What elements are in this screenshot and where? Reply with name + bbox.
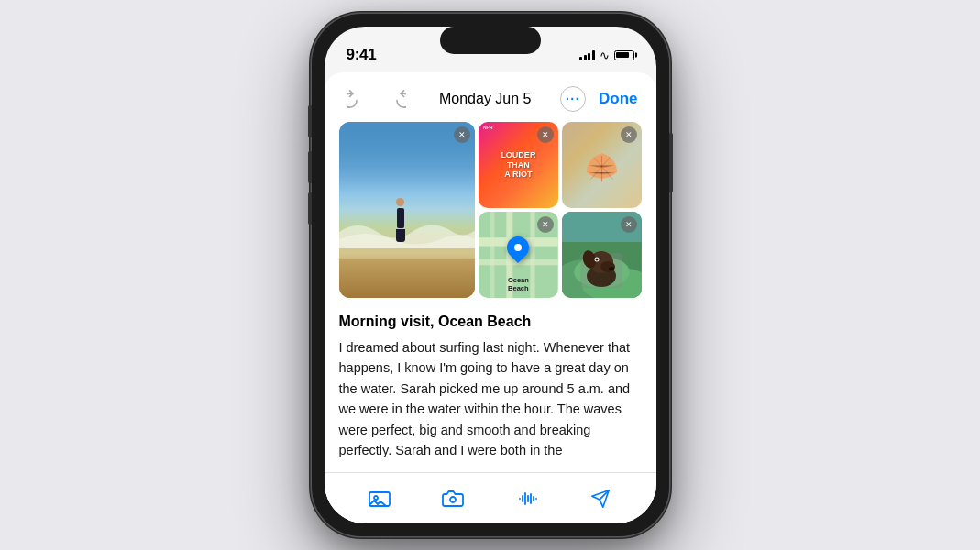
note-header: Monday Jun 5 ··· Done	[325, 72, 656, 122]
redo-button[interactable]	[383, 85, 411, 113]
map-close-button[interactable]: ✕	[537, 216, 554, 233]
svg-rect-21	[369, 492, 390, 506]
dog-close-button[interactable]: ✕	[621, 216, 637, 233]
signal-icon	[579, 50, 595, 60]
note-body[interactable]: Morning visit, Ocean Beach I dreamed abo…	[325, 309, 656, 472]
note-date-title: Monday Jun 5	[411, 91, 561, 107]
share-button[interactable]	[584, 482, 617, 515]
note-title: Morning visit, Ocean Beach	[339, 313, 642, 332]
ellipsis-icon: ···	[566, 92, 580, 106]
status-time: 9:41	[347, 46, 377, 64]
gallery-button[interactable]	[363, 482, 396, 515]
dynamic-island	[440, 27, 541, 54]
svg-rect-5	[490, 212, 494, 298]
svg-point-19	[596, 258, 599, 261]
svg-point-16	[600, 261, 615, 272]
svg-point-23	[450, 497, 456, 502]
surfer-close-button[interactable]: ✕	[454, 126, 470, 143]
note-text: I dreamed about surfing last night. When…	[339, 337, 642, 461]
svg-point-20	[609, 267, 614, 270]
status-icons: ∿	[579, 49, 634, 62]
shell-close-button[interactable]: ✕	[621, 126, 637, 143]
more-options-button[interactable]: ···	[560, 86, 586, 112]
undo-button[interactable]	[343, 85, 370, 113]
podcast-image[interactable]: NPR LOUDERTHANA RIOT ✕	[479, 122, 558, 208]
map-image[interactable]: OceanBeach ✕	[479, 212, 558, 298]
svg-point-22	[374, 496, 378, 500]
phone-frame: 9:41 ∿	[312, 14, 669, 536]
svg-rect-4	[530, 212, 534, 298]
dog-image[interactable]: ✕	[562, 212, 642, 298]
audio-button[interactable]	[511, 482, 544, 515]
podcast-close-button[interactable]: ✕	[537, 126, 554, 143]
done-button[interactable]: Done	[599, 90, 638, 108]
app-content: Monday Jun 5 ··· Done	[325, 72, 656, 523]
surfer-image[interactable]: ✕	[339, 122, 476, 298]
phone-screen: 9:41 ∿	[325, 27, 656, 523]
bottom-toolbar	[325, 472, 656, 523]
wifi-icon: ∿	[600, 49, 610, 62]
camera-button[interactable]	[436, 482, 469, 515]
battery-icon	[614, 50, 634, 60]
shell-image[interactable]: ✕	[562, 122, 642, 208]
images-grid: ✕ NPR LOUDERTHANA RIOT ✕ ✕	[325, 122, 656, 309]
header-right: ··· Done	[560, 86, 638, 112]
header-left	[343, 85, 411, 113]
